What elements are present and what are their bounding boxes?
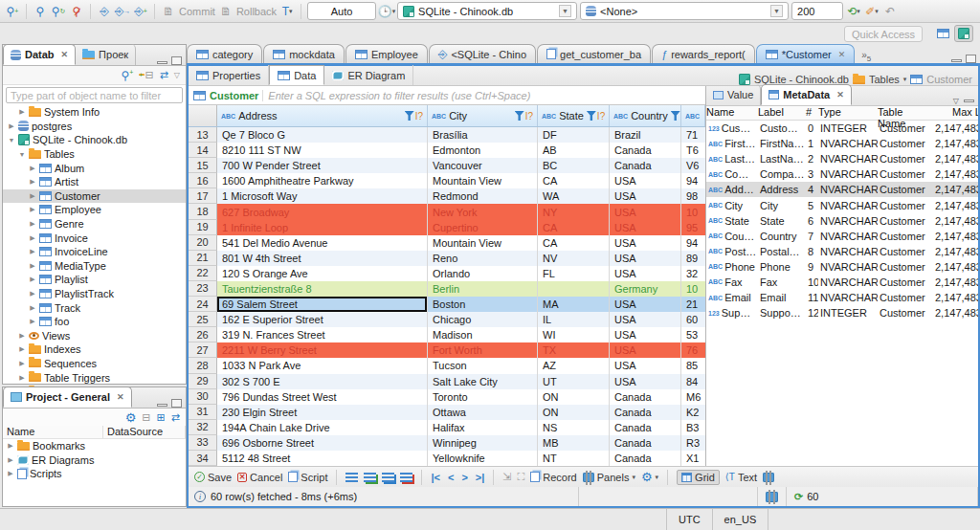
metadata-cell[interactable]: Customer [878, 138, 933, 149]
cell[interactable]: Madison [428, 327, 538, 342]
metadata-cell[interactable]: 2,147,483 [933, 276, 980, 288]
metadata-cell[interactable]: Customer [878, 231, 933, 242]
cell[interactable]: Germany [610, 281, 681, 297]
cell[interactable]: 162 E Superior Street [217, 312, 428, 327]
cell[interactable]: Salt Lake City [428, 374, 538, 389]
dbeaver-perspective-icon[interactable] [954, 25, 973, 42]
tree-arrow-icon[interactable]: ▶ [29, 234, 36, 242]
subtab-er-diagram[interactable]: ER Diagram [324, 65, 413, 85]
refresh-count-box[interactable]: ⟳ 60 [787, 487, 978, 506]
metadata-cell[interactable]: LastNa… [758, 153, 806, 165]
cell[interactable]: Tucson [428, 358, 538, 373]
metadata-cell[interactable]: 4 [806, 184, 818, 195]
metadata-row[interactable]: ABCCityCity5NVARCHARCustomer2,147,483 [706, 197, 978, 212]
cell[interactable]: UT [538, 374, 610, 389]
table-row[interactable]: 32194A Chain Lake DriveHalifaxNSCanadaB3 [189, 420, 705, 435]
cell[interactable]: BC [538, 158, 610, 173]
row-number[interactable]: 16 [189, 173, 217, 188]
cell[interactable]: Winnipeg [428, 435, 538, 451]
tree-item-invoiceline[interactable]: ▶InvoiceLine [3, 245, 186, 259]
cell[interactable]: Redmond [428, 188, 538, 204]
subtab-data[interactable]: Data [269, 65, 324, 85]
tree-arrow-icon[interactable]: ▶ [18, 108, 26, 116]
script-button[interactable]: Script [288, 472, 327, 483]
close-icon[interactable]: ✕ [838, 50, 846, 59]
column-header-postalcode[interactable]: ABC [681, 105, 705, 126]
maximize-icon[interactable] [171, 56, 182, 65]
cell[interactable]: MA [538, 297, 610, 312]
tree-arrow-icon[interactable]: ▶ [29, 304, 36, 312]
metadata-row[interactable]: ABCPhonePhone9NVARCHARCustomer2,147,483 [706, 259, 978, 275]
sort-indicator[interactable]: I? [525, 111, 533, 121]
metadata-cell[interactable]: NVARCHAR [818, 168, 878, 180]
tree-item-playlist[interactable]: ▶Playlist [3, 273, 186, 287]
first-row-icon[interactable]: |< [431, 472, 440, 483]
cell[interactable]: MB [538, 435, 610, 451]
editor-tab--customer[interactable]: *Customer✕ [756, 44, 856, 63]
filter-funnel-icon[interactable] [515, 111, 524, 121]
row-number[interactable]: 26 [189, 327, 217, 342]
cell[interactable]: Canada [610, 451, 681, 466]
table-row[interactable]: 148210 111 ST NWEdmontonABCanadaT6 [189, 143, 705, 158]
tree-arrow-icon[interactable]: ▶ [29, 290, 36, 298]
commit-button[interactable]: 🗎Commit [161, 4, 215, 19]
cell[interactable]: 801 W 4th Street [217, 251, 428, 266]
rollback-button[interactable]: 🗎Rollback [218, 4, 277, 19]
metadata-name[interactable]: ABCPhone [706, 261, 758, 273]
cell[interactable]: Brasília [428, 127, 538, 143]
schema-combo-arrow[interactable]: ▼ [770, 5, 783, 17]
metadata-cell[interactable]: 2,147,483 [933, 307, 980, 319]
editor-tab-category[interactable]: category [187, 44, 262, 63]
column-header-city[interactable]: ABCCityI? [428, 105, 538, 126]
table-row[interactable]: 33696 Osborne StreetWinnipegMBCanadaR3 [189, 435, 705, 451]
filter-funnel-icon[interactable] [671, 111, 680, 121]
metadata-name[interactable]: ABCPost… [706, 246, 758, 257]
collapse-all-icon[interactable]: ⊟ [145, 69, 153, 81]
metadata-name[interactable]: ABCAdd… [706, 184, 758, 195]
metadata-cell[interactable]: INTEGER [818, 307, 878, 319]
table-row[interactable]: 26319 N. Frances StreetMadisonWIUSA53 [189, 327, 705, 342]
metadata-row[interactable]: ABCPost…Postal…8NVARCHARCustomer2,147,48… [706, 244, 978, 259]
cell[interactable]: AB [538, 143, 610, 158]
tree-arrow-icon[interactable]: ▶ [18, 374, 26, 382]
breadcrumb-tables[interactable]: Tables [869, 74, 900, 85]
tree-item-table-triggers[interactable]: ▶Table Triggers [3, 370, 186, 385]
row-number[interactable]: 15 [189, 158, 217, 173]
cell[interactable]: 627 Broadway [217, 204, 428, 219]
table-row[interactable]: 345112 48 StreetYellowknifeNTCanadaX1 [189, 451, 705, 466]
row-number[interactable]: 27 [189, 342, 217, 358]
cell[interactable]: Vancouver [428, 158, 538, 173]
link-editor-icon[interactable]: ⇄ [171, 411, 180, 424]
cell[interactable]: USA [610, 251, 681, 266]
metadata-cell[interactable]: NVARCHAR [818, 153, 878, 165]
metadata-cell[interactable]: Email [758, 292, 806, 303]
metadata-cell[interactable]: Customer [878, 307, 933, 319]
cell[interactable]: M6 [681, 389, 705, 405]
table-row[interactable]: 29302 S 700 ESalt Lake CityUTUSA84 [189, 374, 705, 389]
metadata-row[interactable]: ABCLast…LastNa…2NVARCHARCustomer2,147,48… [706, 151, 978, 166]
metadata-cell[interactable]: FirstNa… [758, 138, 806, 149]
sort-filter-icons[interactable]: I? [671, 111, 681, 121]
connection-combo-arrow[interactable]: ▼ [559, 5, 571, 17]
metadata-cell[interactable]: NVARCHAR [818, 215, 878, 227]
expand-all-icon[interactable]: ⊞ [157, 411, 166, 424]
tx-log-icon[interactable]: 🕒▾ [379, 4, 394, 19]
metadata-row[interactable]: 123Cus…Custo…0INTEGERCustomer2,147,483 [706, 121, 978, 136]
row-number[interactable]: 25 [189, 312, 217, 327]
cell[interactable]: Canada [610, 143, 681, 158]
metadata-cell[interactable]: Fax [758, 276, 806, 288]
cell[interactable]: 2211 W Berry Street [217, 342, 428, 358]
transaction-mode-icon[interactable]: T▾ [279, 4, 295, 19]
metadata-column-name[interactable]: Name [706, 106, 758, 120]
settings-button[interactable]: ⚙▾ [641, 471, 658, 483]
table-row[interactable]: 272211 W Berry StreetFort WorthTXUSA76 [189, 342, 705, 358]
cell[interactable]: 69 Salem Street [217, 297, 428, 312]
cell[interactable]: WI [538, 327, 610, 342]
cell[interactable]: 8210 111 ST NW [217, 143, 428, 158]
cell[interactable]: NV [538, 251, 610, 266]
table-row[interactable]: 161600 Amphitheatre ParkwayMountain View… [189, 173, 705, 188]
cell[interactable]: IL [538, 312, 610, 327]
quick-access-box[interactable]: Quick Access [844, 26, 923, 42]
cell[interactable]: DF [538, 127, 610, 143]
cell[interactable]: TX [538, 342, 610, 358]
